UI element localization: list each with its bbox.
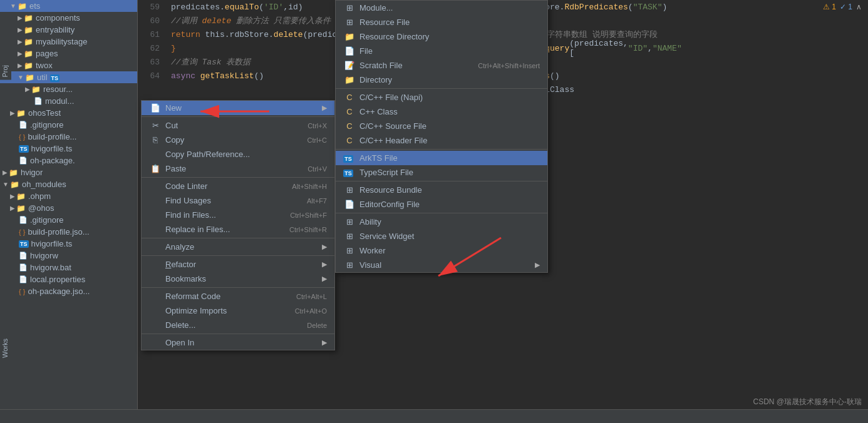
menu-item-analyze[interactable]: Analyze ▶ [142, 240, 334, 254]
menu-label: Module... [359, 3, 393, 13]
tree-label: modul... [45, 96, 74, 106]
visual-icon: ⊞ [343, 260, 356, 270]
tree-item-ohpackagejson[interactable]: { } oh-package.jso... [0, 285, 137, 297]
tree-item-buildprofile[interactable]: { } build-profile... [0, 131, 137, 143]
arrow-down-icon: ▼ [10, 3, 16, 9]
tree-label: twox [36, 61, 53, 70]
menu-item-copy[interactable]: ⎘ Copy Ctrl+C [142, 133, 334, 147]
submenu-item-editorconfigfile[interactable]: 📄 EditorConfig File [336, 197, 547, 212]
submenu-item-typescriptfile[interactable]: TS TypeScript File [336, 165, 547, 180]
menu-separator [142, 255, 334, 256]
expand-icon[interactable]: ∧ [856, 3, 862, 11]
menu-item-reformatcode[interactable]: Reformat Code Ctrl+Alt+L [142, 289, 334, 303]
submenu-item-worker[interactable]: ⊞ Worker [336, 243, 547, 258]
tree-item-ohpm[interactable]: ▶ 📁 .ohpm [0, 190, 137, 202]
tree-item-oh-modules[interactable]: ▼ 📁 oh_modules [0, 178, 137, 190]
tree-item-ohostest[interactable]: ▶ 📁 ohosTest [0, 107, 137, 119]
menu-item-new[interactable]: 📄 New ▶ [142, 101, 334, 115]
tree-item-gitignore2[interactable]: 📄 .gitignore [0, 214, 137, 226]
tree-item-resour[interactable]: ▶ 📁 resour... [0, 83, 137, 95]
submenu-item-file[interactable]: 📄 File [336, 44, 547, 58]
submenu-item-cppsource[interactable]: C C/C++ Source File [336, 119, 547, 133]
paste-icon: 📋 [149, 164, 162, 173]
arrow-right-icon: ▶ [10, 193, 15, 200]
submenu-arrow-icon: ▶ [322, 260, 327, 268]
menu-separator [336, 88, 547, 89]
arrow-right-icon: ▶ [18, 50, 23, 57]
menu-item-replaceinfiles[interactable]: Replace in Files... Ctrl+Shift+R [142, 222, 334, 237]
menu-label: C/C++ Source File [359, 121, 426, 131]
menu-item-paste[interactable]: 📋 Paste Ctrl+V [142, 161, 334, 176]
tree-item-hvigor[interactable]: ▶ 📁 hvigor [0, 166, 137, 178]
menu-item-refactor[interactable]: Refactor ▶ [142, 257, 334, 272]
tree-item-modul[interactable]: 📄 modul... [0, 95, 137, 107]
tree-label: build-profile.jso... [28, 227, 89, 237]
new-icon: 📄 [149, 103, 162, 113]
tree-label: .gitignore [30, 215, 63, 225]
arrow-right-icon: ▶ [3, 169, 8, 176]
submenu-item-resourcebundle[interactable]: ⊞ Resource Bundle [336, 183, 547, 197]
copy-icon: ⎘ [149, 135, 162, 145]
tree-item-ohos[interactable]: ▶ 📁 @ohos [0, 202, 137, 214]
tree-item-twox[interactable]: ▶ 📁 twox [0, 59, 137, 71]
folder-icon: 📁 [24, 38, 33, 46]
widget-icon: ⊞ [343, 232, 356, 241]
folder-icon: 📁 [10, 180, 19, 189]
submenu-item-scratchfile[interactable]: 📝 Scratch File Ctrl+Alt+Shift+Insert [336, 58, 547, 73]
tree-item-util[interactable]: ▼ 📁 util TS [0, 71, 137, 83]
submenu-item-cppheader[interactable]: C C/C++ Header File [336, 133, 547, 148]
submenu-item-resourcedirectory[interactable]: 📁 Resource Directory [336, 29, 547, 44]
submenu-arrow-icon: ▶ [322, 243, 327, 251]
file-icon: 📄 [19, 252, 28, 260]
tree-item-hvigorfilets[interactable]: TS hvigorfile.ts [0, 143, 137, 155]
menu-item-findusages[interactable]: Find Usages Alt+F7 [142, 193, 334, 208]
menu-label: Cut [165, 121, 178, 130]
tree-label: components [36, 13, 80, 23]
menu-item-findinfiles[interactable]: Find in Files... Ctrl+Shift+F [142, 208, 334, 222]
menu-label: EditorConfig File [359, 200, 420, 209]
submenu-item-servicewidget[interactable]: ⊞ Service Widget [336, 229, 547, 243]
menu-item-bookmarks[interactable]: Bookmarks ▶ [142, 272, 334, 286]
menu-separator [142, 238, 334, 238]
menu-item-cut[interactable]: ✂ Cut Ctrl+X [142, 118, 334, 133]
menu-label: Code Linter [165, 181, 207, 191]
tree-item-ets[interactable]: ▼ 📁 ets [0, 0, 137, 12]
tree-item-ohpackage[interactable]: 📄 oh-package. [0, 155, 137, 166]
submenu-item-directory[interactable]: 📁 Directory [336, 73, 547, 87]
menu-label: Find Usages [165, 196, 211, 205]
submenu-item-visual[interactable]: ⊞ Visual ▶ [336, 258, 547, 272]
menu-item-delete[interactable]: Delete... Delete [142, 318, 334, 332]
menu-label: Service Widget [359, 232, 414, 241]
line-number: 61 [138, 30, 166, 39]
directory-icon: 📁 [343, 75, 356, 84]
tree-item-gitignore[interactable]: 📄 .gitignore [0, 119, 137, 131]
tree-item-hvigorwbat[interactable]: 📄 hvigorw.bat [0, 262, 137, 273]
tree-label: oh_modules [22, 180, 66, 189]
json-icon: { } [19, 133, 25, 141]
tree-item-entryability[interactable]: ▶ 📁 entryability [0, 24, 137, 36]
ts-file-icon: TS [343, 168, 356, 177]
tree-item-localprops[interactable]: 📄 local.properties [0, 273, 137, 285]
submenu-item-module[interactable]: ⊞ Module... [336, 1, 547, 15]
submenu-item-cppfilenapi[interactable]: C C/C++ File (Napi) [336, 90, 547, 104]
tree-item-hvigorw[interactable]: 📄 hvigorw [0, 250, 137, 262]
shortcut: Ctrl+Alt+L [296, 293, 327, 300]
cppsrc-icon: C [343, 121, 356, 131]
menu-item-optimizeimports[interactable]: Optimize Imports Ctrl+Alt+O [142, 303, 334, 318]
tree-item-buildprofile2[interactable]: { } build-profile.jso... [0, 226, 137, 238]
menu-label: C/C++ File (Napi) [359, 93, 423, 102]
menu-item-codelinter[interactable]: Code Linter Alt+Shift+H [142, 179, 334, 193]
tree-item-myabilitystage[interactable]: ▶ 📁 myabilitystage [0, 36, 137, 48]
tree-item-hvigorfile2[interactable]: TS hvigorfile.ts [0, 238, 137, 250]
menu-separator [142, 177, 334, 178]
submenu-item-ability[interactable]: ⊞ Ability [336, 215, 547, 229]
tree-item-components[interactable]: ▶ 📁 components [0, 12, 137, 24]
menu-item-openin[interactable]: Open In ▶ [142, 335, 334, 350]
menu-item-copypath[interactable]: Copy Path/Reference... [142, 147, 334, 161]
menu-label: Delete... [165, 320, 195, 330]
worker-icon: ⊞ [343, 246, 356, 255]
submenu-item-resourcefile[interactable]: ⊞ Resource File [336, 15, 547, 29]
tree-item-pages[interactable]: ▶ 📁 pages [0, 48, 137, 59]
submenu-item-cppclass[interactable]: C C++ Class [336, 104, 547, 119]
submenu-item-arktsfile[interactable]: TS ArkTS File [336, 151, 547, 165]
